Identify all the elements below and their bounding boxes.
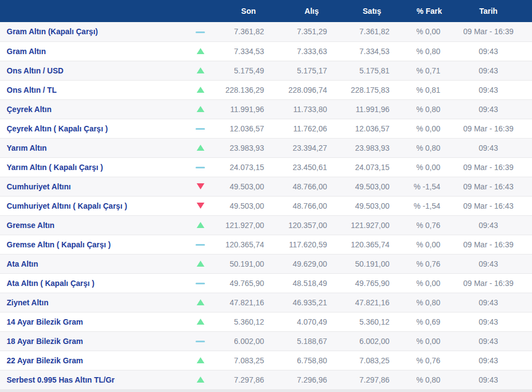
up-triangle-icon bbox=[197, 106, 204, 112]
satis-value: 24.073,15 bbox=[343, 157, 405, 177]
instrument-name-link[interactable]: 14 Ayar Bilezik Gram bbox=[0, 312, 182, 331]
fark-value: % 0,00 bbox=[405, 331, 445, 351]
table-row[interactable]: Ons Altın / USD5.175,495.175,175.175,81%… bbox=[0, 61, 532, 80]
table-row[interactable]: Serbest 0.995 Has Altın TL/Gr7.297,867.2… bbox=[0, 370, 532, 389]
up-triangle-icon bbox=[197, 67, 204, 73]
table-row[interactable]: Gram Altın7.334,537.333,637.334,53% 0,80… bbox=[0, 41, 532, 61]
tarih-value: 09:43 bbox=[445, 312, 532, 331]
alis-value: 23.450,61 bbox=[280, 157, 343, 177]
tarih-value: 09:43 bbox=[445, 138, 532, 157]
instrument-name-link[interactable]: Yarım Altın bbox=[0, 138, 182, 157]
instrument-name-link[interactable]: Serbest 0.995 Has Altın TL/Gr bbox=[0, 370, 182, 389]
satis-value: 121.927,00 bbox=[343, 215, 405, 235]
table-row[interactable]: 14 Ayar Bilezik Gram5.360,124.070,495.36… bbox=[0, 312, 532, 331]
instrument-name-link[interactable]: Ata Altın bbox=[0, 254, 182, 273]
satis-value: 6.002,00 bbox=[343, 331, 405, 351]
trend-cell bbox=[182, 99, 218, 119]
instrument-name-link[interactable]: Ata Altın ( Kapalı Çarşı ) bbox=[0, 273, 182, 293]
instrument-name-link[interactable]: Yarım Altın ( Kapalı Çarşı ) bbox=[0, 157, 182, 177]
fark-value: % -1,54 bbox=[405, 196, 445, 215]
satis-value: 7.334,53 bbox=[343, 41, 405, 61]
fark-value: % 0,00 bbox=[405, 22, 445, 41]
son-value: 24.073,15 bbox=[218, 157, 280, 177]
instrument-name-link[interactable]: Çeyrek Altın ( Kapalı Çarşı ) bbox=[0, 119, 182, 138]
table-row[interactable]: Gremse Altın121.927,00120.357,00121.927,… bbox=[0, 215, 532, 235]
alis-value: 11.762,06 bbox=[280, 119, 343, 138]
alis-value: 49.629,00 bbox=[280, 254, 343, 273]
son-value: 7.297,86 bbox=[218, 370, 280, 389]
tarih-value: 09:43 bbox=[445, 61, 532, 80]
satis-value: 49.503,00 bbox=[343, 177, 405, 196]
fark-value: % 0,00 bbox=[405, 235, 445, 254]
trend-cell bbox=[182, 351, 218, 370]
son-value: 121.927,00 bbox=[218, 215, 280, 235]
fark-value: % -1,54 bbox=[405, 177, 445, 196]
alis-value: 5.188,67 bbox=[280, 331, 343, 351]
alis-value: 46.935,21 bbox=[280, 293, 343, 312]
trend-cell bbox=[182, 273, 218, 293]
satis-value: 120.365,74 bbox=[343, 235, 405, 254]
flat-dash-icon bbox=[196, 31, 205, 33]
instrument-name-link[interactable]: Gremse Altın ( Kapalı Çarşı ) bbox=[0, 235, 182, 254]
fark-value: % 0,00 bbox=[405, 119, 445, 138]
table-row[interactable]: 22 Ayar Bilezik Gram7.083,256.758,807.08… bbox=[0, 351, 532, 370]
table-row[interactable]: Gremse Altın ( Kapalı Çarşı )120.365,741… bbox=[0, 235, 532, 254]
instrument-name-link[interactable]: 22 Ayar Bilezik Gram bbox=[0, 351, 182, 370]
tarih-value: 09 Mar - 16:39 bbox=[445, 235, 532, 254]
table-row[interactable]: 18 Ayar Bilezik Gram6.002,005.188,676.00… bbox=[0, 331, 532, 351]
instrument-name-link[interactable]: Ons Altın / USD bbox=[0, 61, 182, 80]
header-satis: Satış bbox=[343, 0, 405, 22]
fark-value: % 0,80 bbox=[405, 293, 445, 312]
alis-value: 4.070,49 bbox=[280, 312, 343, 331]
table-row[interactable]: Çeyrek Altın11.991,9611.733,8011.991,96%… bbox=[0, 99, 532, 119]
table-row[interactable]: Cumhuriyet Altını49.503,0048.766,0049.50… bbox=[0, 177, 532, 196]
table-header: Son Alış Satış % Fark Tarih bbox=[0, 0, 532, 22]
table-row[interactable]: Çeyrek Altın ( Kapalı Çarşı )12.036,5711… bbox=[0, 119, 532, 138]
instrument-name-link[interactable]: Cumhuriyet Altını ( Kapalı Çarşı ) bbox=[0, 196, 182, 215]
alis-value: 7.333,63 bbox=[280, 41, 343, 61]
fark-value: % 0,76 bbox=[405, 351, 445, 370]
header-son: Son bbox=[218, 0, 280, 22]
trend-cell bbox=[182, 235, 218, 254]
son-value: 7.083,25 bbox=[218, 351, 280, 370]
alis-value: 7.296,96 bbox=[280, 370, 343, 389]
tarih-value: 09:43 bbox=[445, 41, 532, 61]
up-triangle-icon bbox=[197, 377, 204, 383]
instrument-name-link[interactable]: Gremse Altın bbox=[0, 215, 182, 235]
table-row[interactable]: Gram Altın (Kapalı Çarşı)7.361,827.351,2… bbox=[0, 22, 532, 41]
table-row[interactable]: Ziynet Altın47.821,1646.935,2147.821,16%… bbox=[0, 293, 532, 312]
instrument-name-link[interactable]: Gram Altın bbox=[0, 41, 182, 61]
instrument-name-link[interactable]: Ziynet Altın bbox=[0, 293, 182, 312]
table-row[interactable]: Ons Altın / TL228.136,29228.096,74228.17… bbox=[0, 80, 532, 99]
instrument-name-link[interactable]: Gram Altın (Kapalı Çarşı) bbox=[0, 22, 182, 41]
trend-cell bbox=[182, 196, 218, 215]
instrument-name-link[interactable]: Ons Altın / TL bbox=[0, 80, 182, 99]
instrument-name-link[interactable]: Cumhuriyet Altını bbox=[0, 177, 182, 196]
son-value: 23.983,93 bbox=[218, 138, 280, 157]
tarih-value: 09:43 bbox=[445, 80, 532, 99]
satis-value: 7.297,86 bbox=[343, 370, 405, 389]
trend-cell bbox=[182, 119, 218, 138]
son-value: 12.036,57 bbox=[218, 119, 280, 138]
tarih-value: 09 Mar - 16:39 bbox=[445, 273, 532, 293]
alis-value: 23.394,27 bbox=[280, 138, 343, 157]
table-row[interactable]: Cumhuriyet Altını ( Kapalı Çarşı )49.503… bbox=[0, 196, 532, 215]
satis-value: 7.361,82 bbox=[343, 22, 405, 41]
instrument-name-link[interactable]: Çeyrek Altın bbox=[0, 99, 182, 119]
down-triangle-icon bbox=[197, 183, 204, 189]
up-triangle-icon bbox=[197, 145, 204, 151]
fark-value: % 0,76 bbox=[405, 215, 445, 235]
son-value: 6.002,00 bbox=[218, 331, 280, 351]
table-row[interactable]: Ata Altın ( Kapalı Çarşı )49.765,9048.51… bbox=[0, 273, 532, 293]
table-row[interactable]: Yarım Altın23.983,9323.394,2723.983,93% … bbox=[0, 138, 532, 157]
son-value: 5.175,49 bbox=[218, 61, 280, 80]
instrument-name-link[interactable]: 18 Ayar Bilezik Gram bbox=[0, 331, 182, 351]
table-row[interactable]: Yarım Altın ( Kapalı Çarşı )24.073,1523.… bbox=[0, 157, 532, 177]
trend-cell bbox=[182, 61, 218, 80]
trend-cell bbox=[182, 41, 218, 61]
trend-cell bbox=[182, 80, 218, 99]
trend-cell bbox=[182, 331, 218, 351]
fark-value: % 0,80 bbox=[405, 138, 445, 157]
satis-value: 7.083,25 bbox=[343, 351, 405, 370]
table-row[interactable]: Ata Altın50.191,0049.629,0050.191,00% 0,… bbox=[0, 254, 532, 273]
